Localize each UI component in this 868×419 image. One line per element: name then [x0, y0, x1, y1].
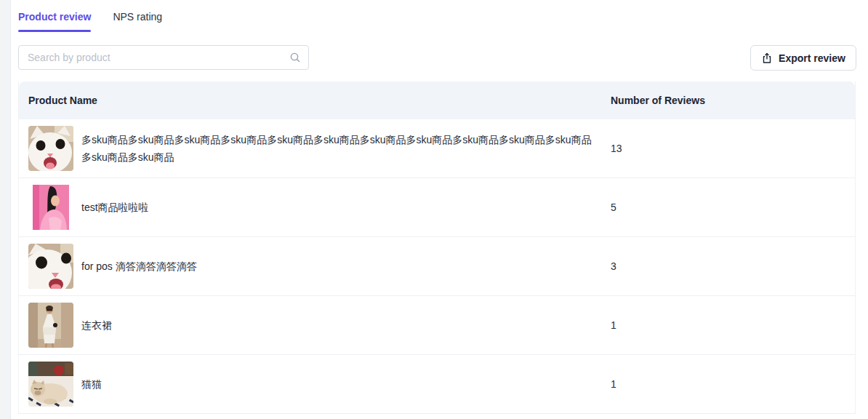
export-icon	[761, 52, 773, 64]
tab-nps-rating[interactable]: NPS rating	[113, 4, 162, 32]
review-count: 1	[611, 319, 616, 331]
review-count: 5	[611, 201, 616, 213]
column-header-product-name: Product Name	[28, 95, 97, 106]
woman-in-white-dress-photo	[28, 303, 73, 348]
tab-bar: Product review NPS rating	[18, 4, 162, 32]
column-header-number-of-reviews: Number of Reviews	[611, 95, 705, 106]
product-name: for pos 滴答滴答滴答滴答	[81, 258, 593, 275]
search-input[interactable]	[18, 45, 309, 70]
table-row: for pos 滴答滴答滴答滴答 3	[19, 237, 855, 296]
table-row: 多sku商品多sku商品多sku商品多sku商品多sku商品多sku商品多sku…	[19, 119, 855, 178]
product-review-table: Product Name Number of Reviews	[18, 81, 856, 414]
product-name: 猫猫	[81, 375, 593, 393]
table-header-row: Product Name Number of Reviews	[19, 81, 855, 119]
table-row: 连衣裙 1	[19, 296, 855, 355]
white-cat-open-mouth-closeup-photo	[28, 244, 73, 289]
table-row: 猫猫 1	[19, 355, 855, 414]
white-cat-open-mouth-photo	[28, 126, 73, 171]
review-count: 3	[611, 260, 616, 272]
content-card: Product review NPS rating Export review …	[10, 0, 868, 419]
tab-product-review[interactable]: Product review	[18, 4, 91, 32]
review-count: 1	[611, 378, 616, 390]
product-name: 多sku商品多sku商品多sku商品多sku商品多sku商品多sku商品多sku…	[81, 131, 593, 166]
search-icon	[289, 52, 301, 63]
export-button-label: Export review	[779, 52, 845, 64]
product-name: test商品啦啦啦	[81, 199, 593, 216]
export-review-button[interactable]: Export review	[750, 45, 856, 71]
product-name: 连衣裙	[81, 316, 593, 334]
cat-lying-on-bed-photo	[28, 362, 73, 407]
review-count: 13	[611, 143, 622, 154]
search-box	[18, 45, 309, 70]
table-row: test商品啦啦啦 5	[19, 178, 855, 237]
woman-in-pink-outfit-photo	[28, 185, 73, 230]
